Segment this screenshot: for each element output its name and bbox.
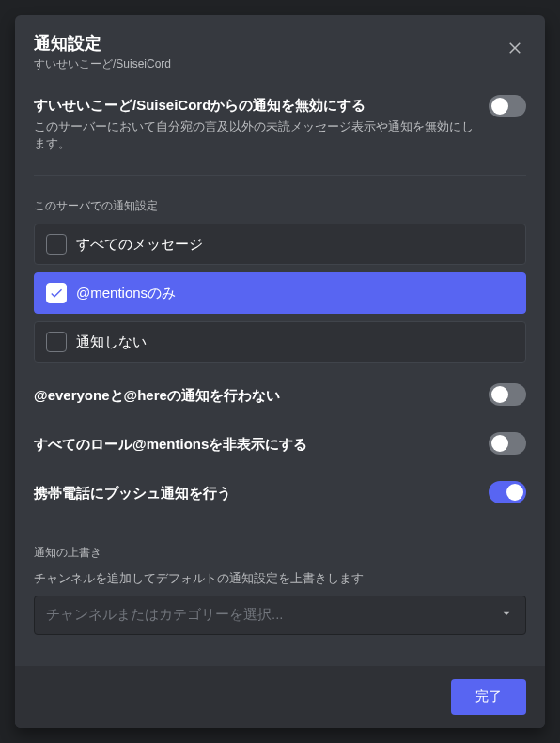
modal-header: 通知設定 すいせいこーど/SuiseiCord [15,15,545,84]
suppress-roles-toggle[interactable] [489,432,526,455]
suppress-everyone-toggle[interactable] [489,383,526,406]
mute-server-title: すいせいこーど/SuiseiCordからの通知を無効にする [34,95,477,115]
modal-footer: 完了 [15,666,545,728]
radio-nothing[interactable]: 通知しない [34,321,526,363]
toggle-knob [491,386,508,403]
close-button[interactable] [504,36,526,58]
checkbox-icon [46,332,67,352]
toggle-knob [506,484,523,501]
radio-all-messages[interactable]: すべてのメッセージ [34,224,526,265]
suppress-roles-label: すべてのロール@mentionsを非表示にする [34,434,307,454]
modal-title: 通知設定 [34,32,526,54]
channel-override-select[interactable]: チャンネルまたはカテゴリーを選択... [34,596,526,635]
divider [34,175,526,176]
chevron-down-icon [499,606,514,625]
mute-server-toggle[interactable] [489,95,526,117]
overrides-section-label: 通知の上書き [34,545,526,561]
select-placeholder: チャンネルまたはカテゴリーを選択... [46,606,284,624]
radio-mentions-only[interactable]: @mentionsのみ [34,272,526,314]
mute-server-row: すいせいこーど/SuiseiCordからの通知を無効にする このサーバーにおいて… [34,91,526,167]
mute-server-desc: このサーバーにおいて自分宛の言及以外の未読メッセージ表示や通知を無効にします。 [34,118,477,152]
suppress-everyone-label: @everyoneと@hereの通知を行わない [34,385,280,405]
mobile-push-toggle[interactable] [489,481,526,503]
overrides-desc: チャンネルを追加してデフォルトの通知設定を上書きします [34,570,526,587]
modal-body: すいせいこーど/SuiseiCordからの通知を無効にする このサーバーにおいて… [15,84,545,666]
radio-label: 通知しない [76,333,147,351]
modal-subtitle: すいせいこーど/SuiseiCord [34,56,526,72]
radio-label: @mentionsのみ [76,285,176,302]
server-notification-section-label: このサーバでの通知設定 [34,198,526,214]
toggle-knob [491,98,508,115]
close-icon [506,39,523,55]
notification-settings-modal: 通知設定 すいせいこーど/SuiseiCord すいせいこーど/SuiseiCo… [15,15,545,728]
toggle-knob [491,435,508,452]
suppress-roles-row: すべてのロール@mentionsを非表示にする [34,419,526,468]
done-button[interactable]: 完了 [451,679,526,715]
suppress-everyone-row: @everyoneと@hereの通知を行わない [34,370,526,419]
radio-label: すべてのメッセージ [76,236,203,254]
mobile-push-label: 携帯電話にプッシュ通知を行う [34,483,231,503]
checkbox-icon [46,234,67,255]
check-icon [49,286,64,301]
mobile-push-row: 携帯電話にプッシュ通知を行う [34,468,526,517]
checkbox-icon [46,283,67,303]
